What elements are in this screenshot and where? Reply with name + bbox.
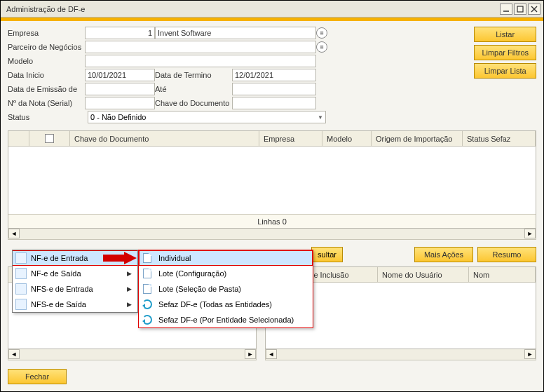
col-empresa[interactable]: Empresa bbox=[259, 131, 322, 146]
data-termino-field[interactable]: 12/01/2021 bbox=[232, 69, 316, 81]
submenu-item-label: Individual bbox=[158, 254, 191, 262]
main-grid-body bbox=[8, 147, 536, 214]
modelo-field[interactable] bbox=[85, 55, 316, 67]
menu-item-nfe-saida[interactable]: NF-e de Saída ▶ bbox=[13, 266, 137, 281]
main-grid-footer: Linhas 0 bbox=[8, 214, 536, 228]
submenu-item-lote-pasta[interactable]: Lote (Seleção de Pasta) bbox=[139, 281, 313, 297]
refresh-icon bbox=[142, 299, 153, 310]
document-in-icon bbox=[15, 252, 27, 264]
parceiro-field[interactable] bbox=[85, 41, 316, 53]
file-icon bbox=[142, 268, 153, 279]
limpar-lista-button[interactable]: Limpar Lista bbox=[474, 63, 536, 79]
checkbox-header[interactable] bbox=[29, 131, 70, 146]
menu-item-nfse-saida[interactable]: NFS-e de Saída ▶ bbox=[13, 297, 137, 312]
ate-label: Até bbox=[155, 83, 232, 95]
submenu-item-individual[interactable]: Individual bbox=[139, 250, 313, 266]
consultar-button-partial[interactable]: sultar bbox=[311, 247, 343, 262]
scroll-right-icon[interactable]: ► bbox=[245, 349, 256, 359]
window-controls bbox=[500, 4, 540, 15]
col-nome-usuario[interactable]: Nome do Usuário bbox=[378, 267, 469, 282]
maximize-button[interactable] bbox=[514, 4, 526, 15]
col-status-sefaz[interactable]: Status Sefaz bbox=[463, 131, 536, 146]
svg-rect-1 bbox=[517, 6, 523, 12]
resumo-button[interactable]: Resumo bbox=[477, 247, 536, 262]
menu-item-nfse-entrada[interactable]: NFS-e de Entrada ▶ bbox=[13, 281, 137, 297]
refresh-icon bbox=[142, 314, 153, 325]
empresa-lookup-icon[interactable]: ≡ bbox=[316, 27, 327, 39]
content-area: Empresa 1 Invent Software ≡ Parceiro de … bbox=[1, 21, 543, 391]
mais-acoes-button[interactable]: Mais Ações bbox=[414, 247, 473, 262]
submenu-item-sefaz-entidade[interactable]: Sefaz DF-e (Por Entidade Selecionada) bbox=[139, 312, 313, 327]
minimize-button[interactable] bbox=[500, 4, 512, 15]
menu-item-label: NFS-e de Saída bbox=[31, 300, 86, 309]
filter-area: Empresa 1 Invent Software ≡ Parceiro de … bbox=[8, 27, 536, 123]
document-out-icon bbox=[15, 299, 27, 310]
scroll-left-icon[interactable]: ◄ bbox=[266, 349, 277, 359]
empresa-id-field[interactable]: 1 bbox=[85, 27, 155, 39]
chave-field[interactable] bbox=[232, 97, 316, 109]
context-submenu-import-options: Individual Lote (Configuração) Lote (Sel… bbox=[138, 250, 313, 328]
parceiro-label: Parceiro de Negócios bbox=[8, 41, 85, 53]
document-out-icon bbox=[15, 268, 27, 279]
data-termino-label: Data de Termino bbox=[155, 69, 232, 81]
col-origem[interactable]: Origem de Importação bbox=[372, 131, 463, 146]
col-chave[interactable]: Chave do Documento bbox=[70, 131, 259, 146]
scroll-left-icon[interactable]: ◄ bbox=[8, 229, 20, 238]
menu-item-label: NFS-e de Entrada bbox=[31, 285, 93, 293]
row-selector-header bbox=[8, 131, 29, 146]
data-emissao-field[interactable] bbox=[85, 83, 155, 95]
limpar-filtros-button[interactable]: Limpar Filtros bbox=[474, 45, 536, 60]
submenu-item-label: Sefaz DF-e (Todas as Entidades) bbox=[158, 300, 272, 309]
chevron-right-icon: ▶ bbox=[127, 285, 132, 292]
empresa-name-field[interactable]: Invent Software bbox=[155, 27, 316, 39]
annotation-arrow bbox=[103, 252, 137, 266]
chevron-right-icon: ▶ bbox=[127, 270, 132, 277]
fechar-button[interactable]: Fechar bbox=[8, 369, 67, 384]
nota-field[interactable] bbox=[85, 97, 155, 109]
empresa-label: Empresa bbox=[8, 27, 85, 39]
main-grid: Chave do Documento Empresa Modelo Origem… bbox=[8, 130, 536, 229]
listar-button[interactable]: Listar bbox=[474, 27, 536, 42]
status-value: 0 - Não Definido bbox=[90, 113, 147, 121]
main-grid-header: Chave do Documento Empresa Modelo Origem… bbox=[8, 131, 536, 147]
col-modelo[interactable]: Modelo bbox=[322, 131, 372, 146]
select-all-checkbox[interactable] bbox=[45, 134, 54, 143]
close-icon bbox=[531, 6, 538, 13]
maximize-icon bbox=[517, 6, 524, 13]
chave-label: Chave do Documento bbox=[155, 97, 232, 109]
lower-right-hscroll[interactable]: ◄ ► bbox=[265, 349, 536, 360]
data-inicio-field[interactable]: 10/01/2021 bbox=[85, 69, 155, 81]
parceiro-lookup-icon[interactable]: ≡ bbox=[316, 41, 327, 53]
data-emissao-label: Data de Emissão de bbox=[8, 83, 85, 95]
menu-item-label: NF-e de Entrada bbox=[31, 254, 88, 262]
col-nome-partial[interactable]: Nom bbox=[469, 267, 536, 282]
status-dropdown[interactable]: 0 - Não Definido ▼ bbox=[88, 111, 326, 123]
footer-area: Fechar bbox=[8, 369, 67, 384]
close-button[interactable] bbox=[528, 4, 540, 15]
document-in-icon bbox=[15, 283, 27, 295]
nota-label: Nº da Nota (Serial) bbox=[8, 97, 85, 109]
titlebar: Administração de DF-e bbox=[1, 1, 543, 18]
svg-marker-4 bbox=[103, 252, 137, 264]
scroll-left-icon[interactable]: ◄ bbox=[8, 349, 20, 359]
action-buttons-col: Listar Limpar Filtros Limpar Lista bbox=[474, 27, 536, 79]
submenu-item-sefaz-todas[interactable]: Sefaz DF-e (Todas as Entidades) bbox=[139, 297, 313, 312]
submenu-item-lote-config[interactable]: Lote (Configuração) bbox=[139, 266, 313, 281]
file-icon bbox=[142, 252, 153, 264]
filter-form: Empresa 1 Invent Software ≡ Parceiro de … bbox=[8, 27, 344, 123]
scroll-right-icon[interactable]: ► bbox=[524, 349, 536, 359]
ate-field[interactable] bbox=[232, 83, 316, 95]
window-title: Administração de DF-e bbox=[6, 5, 86, 13]
submenu-item-label: Lote (Configuração) bbox=[158, 269, 226, 278]
chevron-right-icon: ▶ bbox=[127, 301, 132, 308]
chevron-down-icon: ▼ bbox=[318, 114, 323, 121]
data-inicio-label: Data Inicio bbox=[8, 69, 85, 81]
app-window: Administração de DF-e Empresa 1 Invent S… bbox=[0, 0, 544, 392]
modelo-label: Modelo bbox=[8, 55, 85, 67]
lower-left-hscroll[interactable]: ◄ ► bbox=[8, 349, 257, 360]
status-label: Status bbox=[8, 111, 85, 123]
file-icon bbox=[142, 283, 153, 295]
submenu-item-label: Lote (Seleção de Pasta) bbox=[158, 285, 241, 293]
scroll-right-icon[interactable]: ► bbox=[524, 229, 536, 238]
main-grid-hscroll[interactable]: ◄ ► bbox=[8, 229, 536, 240]
